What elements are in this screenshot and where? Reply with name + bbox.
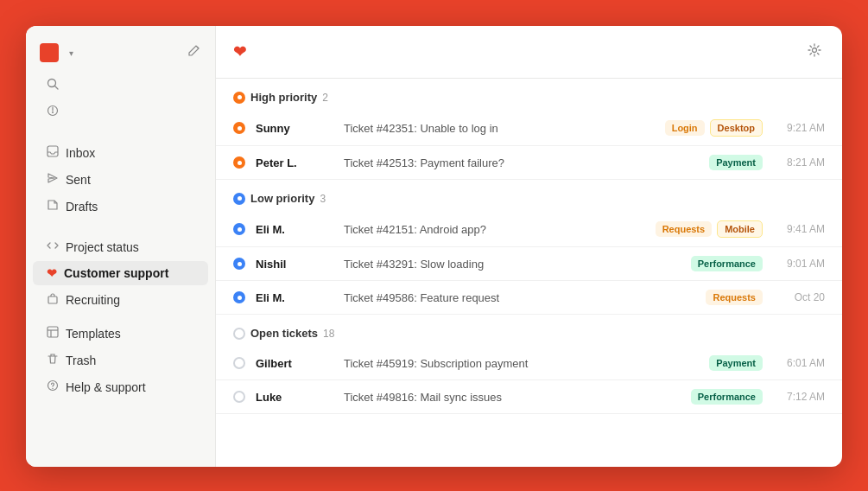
- ticket-tags: Payment: [709, 355, 763, 371]
- compose-icon[interactable]: [187, 44, 201, 61]
- high-priority-dot: [233, 156, 245, 169]
- ticket-subject: Ticket #42351: Unable to log in: [344, 122, 655, 135]
- table-row[interactable]: GilbertTicket #45919: Subscription payme…: [216, 347, 842, 380]
- ticket-subject: Ticket #43291: Slow loading: [344, 258, 681, 271]
- inbox-label: Inbox: [66, 146, 95, 160]
- svg-point-12: [813, 48, 817, 53]
- chevron-down-icon: ▾: [69, 48, 73, 58]
- open-priority-dot: [233, 357, 245, 369]
- svg-rect-5: [48, 146, 58, 156]
- group-count: 2: [322, 92, 328, 104]
- sidebar-divider: [26, 314, 215, 321]
- trash-label: Trash: [66, 354, 96, 367]
- group-title: High priority: [250, 91, 317, 104]
- high-priority-dot: [233, 92, 245, 104]
- ticket-subject: Ticket #49816: Mail sync issues: [344, 391, 681, 404]
- drafts-label: Drafts: [66, 200, 98, 214]
- app-window: ▾: [26, 26, 842, 467]
- help-label: Help & support: [66, 380, 146, 394]
- tag-payment: Payment: [709, 155, 763, 170]
- group-header-open-tickets: Open tickets18: [216, 315, 842, 347]
- ticket-tags: Performance: [691, 256, 763, 271]
- group-count: 18: [323, 328, 334, 340]
- search-icon: [47, 78, 59, 92]
- ticket-sender: Sunny: [256, 122, 333, 135]
- ticket-sender: Eli M.: [256, 223, 333, 236]
- sidebar-item-inbox[interactable]: Inbox: [33, 140, 208, 165]
- ticket-time: Oct 20: [773, 291, 825, 303]
- ticket-tags: LoginDesktop: [665, 119, 763, 137]
- table-row[interactable]: Peter L.Ticket #42513: Payment failure?P…: [216, 146, 842, 180]
- svg-line-1: [55, 86, 59, 90]
- group-title: Low priority: [250, 192, 314, 205]
- ticket-sender: Eli M.: [256, 291, 333, 304]
- send-icon: [47, 172, 59, 187]
- tag-login: Login: [665, 120, 705, 136]
- ticket-sender: Nishil: [256, 258, 333, 271]
- sidebar-item-trash[interactable]: Trash: [33, 348, 208, 373]
- ticket-sender: Peter L.: [256, 156, 333, 169]
- sidebar: ▾: [26, 26, 216, 467]
- sidebar-item-help[interactable]: Help & support: [33, 374, 208, 399]
- low-priority-dot: [233, 291, 245, 303]
- ticket-tags: Performance: [691, 389, 763, 405]
- tag-requests: Requests: [706, 290, 763, 305]
- sidebar-item-project-status[interactable]: Project status: [33, 234, 208, 259]
- svg-rect-7: [48, 327, 58, 337]
- filter-button[interactable]: [780, 48, 794, 55]
- sidebar-item-drafts[interactable]: Drafts: [33, 194, 208, 219]
- sidebar-item-sent[interactable]: Sent: [33, 167, 208, 192]
- ticket-time: 9:21 AM: [773, 122, 825, 134]
- sidebar-item-autopilot[interactable]: [33, 99, 208, 124]
- help-icon: [47, 379, 59, 394]
- page-title: ❤: [233, 42, 253, 61]
- gear-icon[interactable]: [804, 40, 825, 64]
- sidebar-header: ▾: [26, 40, 215, 73]
- group-count: 3: [320, 193, 326, 205]
- ticket-time: 6:01 AM: [773, 357, 825, 369]
- mail-section-title: [26, 126, 215, 140]
- table-row[interactable]: Eli M.Ticket #42151: Android app?Request…: [216, 212, 842, 247]
- group-header-high-priority: High priority2: [216, 79, 842, 111]
- ticket-tags: Payment: [709, 155, 763, 170]
- title-heart-icon: ❤: [233, 42, 246, 61]
- group-title: Open tickets: [250, 327, 318, 340]
- open-priority-dot: [233, 328, 245, 340]
- tag-mobile: Mobile: [717, 220, 763, 238]
- ticket-subject: Ticket #42151: Android app?: [344, 223, 645, 236]
- low-priority-dot: [233, 193, 245, 205]
- trash-icon: [47, 353, 59, 367]
- code-icon: [47, 239, 59, 254]
- search-item[interactable]: [33, 73, 208, 98]
- views-section-title: [26, 220, 215, 234]
- tag-requests: Requests: [656, 221, 713, 237]
- header-actions: [756, 40, 825, 64]
- heart-icon: ❤: [47, 266, 57, 280]
- ticket-list: High priority2SunnyTicket #42351: Unable…: [216, 79, 842, 467]
- inbox-icon: [47, 145, 59, 160]
- sent-label: Sent: [66, 173, 91, 187]
- groups-button[interactable]: [756, 48, 770, 55]
- ticket-subject: Ticket #45919: Subscription payment: [344, 357, 699, 370]
- bag-icon: [47, 292, 59, 307]
- ticket-sender: Luke: [256, 391, 333, 404]
- group-header-low-priority: Low priority3: [216, 180, 842, 212]
- table-row[interactable]: SunnyTicket #42351: Unable to log inLogi…: [216, 111, 842, 146]
- table-row[interactable]: LukeTicket #49816: Mail sync issuesPerfo…: [216, 380, 842, 414]
- customer-support-label: Customer support: [64, 266, 168, 280]
- svg-rect-6: [48, 297, 57, 303]
- user-menu[interactable]: ▾: [40, 43, 73, 62]
- sidebar-item-recruiting[interactable]: Recruiting: [33, 287, 208, 312]
- table-row[interactable]: NishilTicket #43291: Slow loadingPerform…: [216, 247, 842, 281]
- sidebar-item-customer-support[interactable]: ❤ Customer support: [33, 261, 208, 285]
- tag-performance: Performance: [691, 389, 763, 405]
- tag-payment: Payment: [709, 355, 763, 371]
- high-priority-dot: [233, 122, 245, 134]
- ticket-time: 7:12 AM: [773, 391, 825, 403]
- sidebar-item-templates[interactable]: Templates: [33, 321, 208, 346]
- tag-performance: Performance: [691, 256, 763, 271]
- table-row[interactable]: Eli M.Ticket #49586: Feature requestRequ…: [216, 281, 842, 315]
- tag-desktop: Desktop: [710, 119, 763, 137]
- main-content: ❤ High priority2SunnyTicket #42351: Unab…: [216, 26, 842, 467]
- templates-label: Templates: [66, 327, 121, 341]
